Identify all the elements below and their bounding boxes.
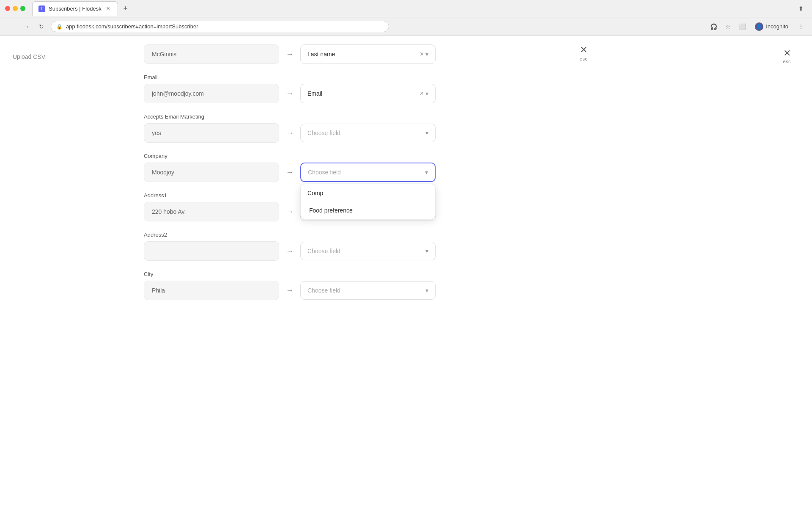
close-window-button[interactable] [5,6,10,11]
arrow-icon-0: → [286,50,294,59]
close-x-icon: ✕ [783,49,791,58]
company-dropdown-container: Choose field ▾ Food preference [300,163,436,182]
esc-label: esc [580,56,588,61]
dropdown-item-food-preference[interactable]: Food preference [301,202,435,219]
city-csv-input [144,281,279,300]
close-button[interactable]: ✕ esc [575,44,592,61]
browser-chrome: f Subscribers | Flodesk ✕ + ⬆ ← → ↻ 🔒 ap… [0,0,812,36]
email-section: Email → Email × ▾ [144,74,474,103]
maximize-window-button[interactable] [20,6,25,11]
tab-title: Subscribers | Flodesk [49,6,102,12]
email-clear-button[interactable]: × [418,90,425,97]
bookmark-icon[interactable]: ☆ [722,21,734,33]
sidebar: Upload CSV [0,36,127,508]
address-bar[interactable]: 🔒 app.flodesk.com/subscribers#action=imp… [51,21,389,32]
back-icon: ← [8,23,14,30]
title-bar: f Subscribers | Flodesk ✕ + ⬆ [0,0,812,17]
company-csv-input [144,163,279,182]
refresh-button[interactable]: ↻ [36,21,47,33]
arrow-icon-6: → [286,286,294,295]
last-name-clear-button[interactable]: × [418,50,425,58]
last-name-csv-input [144,44,279,64]
company-placeholder: Choose field [308,169,341,176]
arrow-icon-5: → [286,247,294,256]
arrow-icon-1: → [286,89,294,98]
city-placeholder: Choose field [307,287,340,294]
accepts-email-placeholder: Choose field [307,130,340,136]
forward-button[interactable]: → [20,21,32,33]
address2-section: Address2 → Choose field ▾ [144,232,474,261]
tab-close-button[interactable]: ✕ [105,6,112,12]
company-dropdown-menu: Food preference [300,184,436,219]
accepts-email-label: Accepts Email Marketing [144,113,474,120]
company-dropdown-search-container [301,184,435,202]
forward-icon: → [23,23,29,30]
last-name-section: → Last name × ▾ [144,44,474,64]
last-name-field-row: → Last name × ▾ [144,44,474,64]
new-tab-button[interactable]: + [120,3,132,14]
city-field-row: → Choose field ▾ [144,281,474,300]
lock-icon: 🔒 [56,24,63,30]
page-wrapper: Upload CSV ✕ esc → Last name × ▾ [0,36,812,508]
arrow-icon-3: → [286,168,294,177]
company-label: Company [144,153,474,159]
email-field-selector[interactable]: Email × ▾ [300,84,436,103]
esc-text: esc [783,59,791,64]
browser-panel-icon[interactable]: ⬜ [736,21,748,33]
main-content: ✕ esc → Last name × ▾ Email → [127,36,508,508]
browser-toolbar: ← → ↻ 🔒 app.flodesk.com/subscribers#acti… [0,17,812,36]
last-name-field-content: Last name [307,51,418,58]
company-field-selector[interactable]: Choose field ▾ [300,163,436,182]
arrow-icon-4: → [286,207,294,216]
last-name-chevron-icon: ▾ [425,51,428,58]
company-field-row: → Choose field ▾ Food preference [144,163,474,182]
browser-tab-active[interactable]: f Subscribers | Flodesk ✕ [32,1,118,16]
url-text: app.flodesk.com/subscribers#action=impor… [66,23,198,30]
city-section: City → Choose field ▾ [144,271,474,300]
close-icon: ✕ [580,44,587,55]
accepts-email-section: Accepts Email Marketing → Choose field ▾ [144,113,474,143]
city-field-selector[interactable]: Choose field ▾ [300,281,436,300]
address1-csv-input [144,202,279,221]
city-chevron-icon: ▾ [425,287,428,294]
refresh-icon: ↻ [39,23,44,30]
address2-csv-input [144,241,279,261]
email-field-row: → Email × ▾ [144,84,474,103]
city-label: City [144,271,474,277]
incognito-avatar-icon: 👤 [755,22,763,31]
back-button[interactable]: ← [5,21,17,33]
close-esc-button[interactable]: ✕ esc [783,49,791,64]
email-field-content: Email [307,90,418,97]
address2-field-row: → Choose field ▾ [144,241,474,261]
browser-menu-button[interactable]: ⋮ [795,21,807,33]
last-name-field-value: Last name [307,51,335,58]
company-section: Company → Choose field ▾ Food preference [144,153,474,182]
email-field-value: Email [307,90,322,97]
tab-favicon: f [38,6,45,12]
incognito-label: Incognito [766,23,788,30]
address2-label: Address2 [144,232,474,238]
company-chevron-icon: ▾ [425,169,428,176]
incognito-button[interactable]: 👤 Incognito [751,21,793,33]
email-label: Email [144,74,474,80]
address2-placeholder: Choose field [307,248,340,254]
minimize-window-button[interactable] [13,6,18,11]
email-csv-input [144,84,279,103]
email-chevron-icon: ▾ [425,90,428,97]
accepts-email-field-row: → Choose field ▾ [144,123,474,143]
accepts-email-field-selector[interactable]: Choose field ▾ [300,124,436,142]
address2-chevron-icon: ▾ [425,248,428,254]
accepts-email-csv-input [144,123,279,143]
traffic-lights [5,6,25,11]
accepts-email-chevron-icon: ▾ [425,130,428,136]
upload-csv-label: Upload CSV [13,53,45,60]
cast-icon[interactable]: 🎧 [708,21,719,33]
window-control-icon[interactable]: ⬆ [795,3,807,14]
last-name-field-selector[interactable]: Last name × ▾ [300,44,436,64]
address2-field-selector[interactable]: Choose field ▾ [300,242,436,260]
arrow-icon-2: → [286,129,294,138]
company-dropdown-search-input[interactable] [307,190,428,196]
tab-bar: f Subscribers | Flodesk ✕ + [32,1,132,16]
toolbar-right: 🎧 ☆ ⬜ 👤 Incognito ⋮ [708,21,807,33]
